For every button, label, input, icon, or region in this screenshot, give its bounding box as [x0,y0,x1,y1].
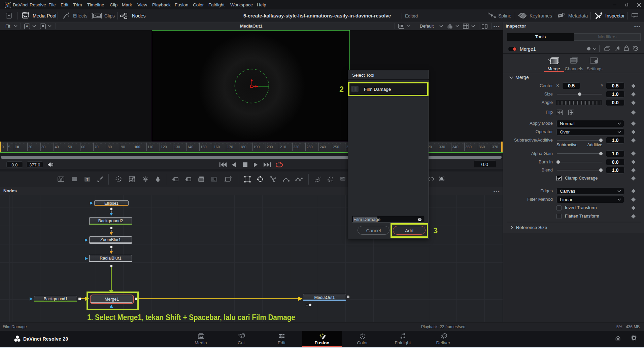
svg-text:T: T [86,177,89,182]
